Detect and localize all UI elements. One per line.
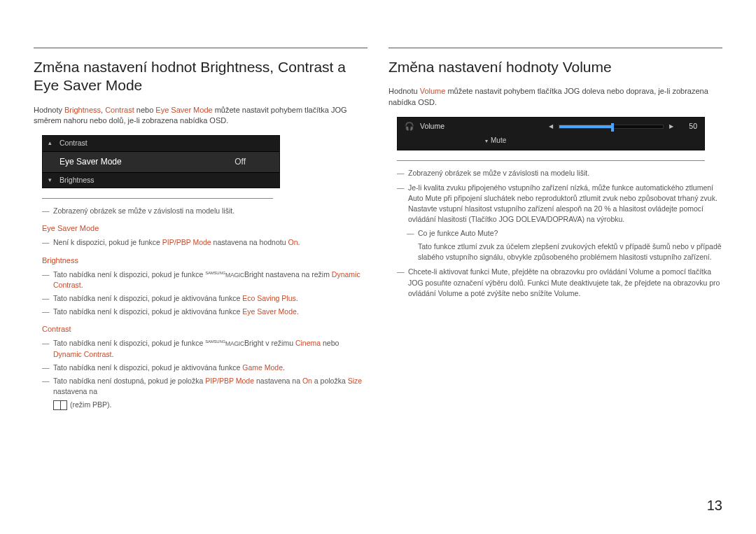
section-title-left: Změna nastavení hodnot Brightness, Contr…: [34, 58, 368, 95]
osd-label: Contrast: [59, 138, 274, 148]
page-number: 13: [707, 496, 722, 516]
disclaimer-note: Zobrazený obrázek se může v závislosti n…: [388, 168, 722, 178]
divider: [397, 160, 705, 161]
intro-paragraph: Hodnotu Volume můžete nastavit pohybem t…: [388, 86, 722, 108]
divider: [42, 198, 273, 199]
osd-row-contrast: ▴ Contrast: [43, 136, 279, 151]
bullet-item: Chcete-li aktivovat funkci Mute, přejdět…: [388, 267, 722, 299]
subhead-contrast: Contrast: [42, 324, 368, 335]
bullet-item: Tato nabídka není k dispozici, pokud je …: [34, 307, 368, 317]
disclaimer-note: Zobrazený obrázek se může v závislosti n…: [34, 206, 368, 216]
mute-label: Mute: [491, 136, 506, 146]
volume-value: 50: [679, 121, 697, 132]
osd-row-eyesaver: Eye Saver Mode Off: [43, 152, 279, 173]
divider: [34, 48, 368, 48]
triangle-right-icon: ▶: [669, 122, 673, 131]
sub-question: Co je funkce Auto Mute?: [388, 228, 722, 239]
osd-label: Brightness: [59, 175, 274, 185]
osd-preview-box: ▴ Contrast Eye Saver Mode Off ▾ Brightne…: [42, 135, 280, 188]
mute-row: ▾ Mute: [398, 136, 704, 150]
bullet-item: Tato nabídka není dostupná, pokud je pol…: [34, 376, 368, 397]
volume-label: Volume: [420, 121, 444, 132]
bullet-item: Není k dispozici, pokud je funkce PIP/PB…: [34, 237, 368, 248]
triangle-left-icon: ◀: [549, 122, 553, 131]
osd-row-brightness: ▾ Brightness: [43, 173, 279, 188]
intro-paragraph: Hodnoty Brightness, Contrast nebo Eye Sa…: [34, 105, 368, 127]
osd-value: Off: [234, 156, 246, 168]
chevron-up-icon: ▴: [48, 139, 59, 148]
right-column: Změna nastavení hodnoty Volume Hodnotu V…: [388, 13, 722, 411]
bullet-item: Tato nabídka není k dispozici, pokud je …: [34, 338, 368, 359]
chevron-down-icon: ▾: [48, 176, 59, 185]
headphones-icon: 🎧: [405, 121, 414, 132]
volume-slider: [559, 125, 664, 129]
pbp-mode-line: (režim PBP).: [34, 400, 368, 410]
triangle-down-icon: ▾: [485, 137, 488, 146]
bullet-item: Tato nabídka není k dispozici, pokud je …: [34, 363, 368, 373]
pbp-label: (režim PBP).: [70, 400, 112, 410]
osd-label: Eye Saver Mode: [59, 156, 234, 168]
volume-row: 🎧 Volume ◀ ▶ 50: [398, 118, 704, 136]
sub-answer: Tato funkce ztlumí zvuk za účelem zlepše…: [388, 241, 722, 262]
subhead-eyesaver: Eye Saver Mode: [42, 223, 368, 234]
bullet-item: Tato nabídka není k dispozici, pokud je …: [34, 293, 368, 304]
subhead-brightness: Brightness: [42, 255, 368, 267]
bullet-item: Tato nabídka není k dispozici, pokud je …: [34, 269, 368, 290]
section-title-right: Změna nastavení hodnoty Volume: [388, 58, 722, 76]
pbp-icon: [53, 400, 67, 410]
bullet-item: Je-li kvalita zvuku připojeného vstupníh…: [388, 183, 722, 225]
left-column: Změna nastavení hodnot Brightness, Contr…: [34, 13, 368, 411]
osd-volume-box: 🎧 Volume ◀ ▶ 50 ▾ Mute: [397, 117, 705, 150]
divider: [388, 48, 722, 48]
